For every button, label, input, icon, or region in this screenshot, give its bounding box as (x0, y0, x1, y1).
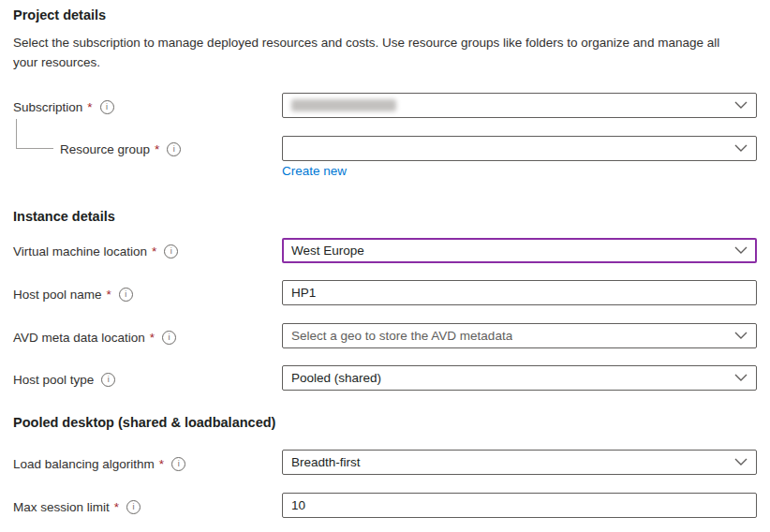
required-asterisk: * (155, 142, 159, 156)
info-icon[interactable]: i (100, 100, 114, 114)
info-icon[interactable]: i (171, 457, 185, 471)
tree-connector-line (16, 119, 53, 149)
vm-location-label: Virtual machine location*i (13, 242, 178, 260)
chevron-down-icon (734, 371, 748, 385)
host-pool-name-label: Host pool name*i (13, 285, 133, 303)
required-asterisk: * (107, 288, 111, 302)
chevron-down-icon (734, 329, 748, 343)
host-pool-type-value: Pooled (shared) (291, 371, 381, 385)
avd-metadata-location-label: AVD meta data location*i (13, 328, 176, 347)
resource-group-label: Resource group*i (60, 140, 181, 158)
subscription-dropdown[interactable] (282, 93, 757, 118)
vm-location-dropdown[interactable]: West Europe (282, 238, 757, 263)
max-session-limit-input[interactable] (282, 493, 757, 518)
chevron-down-icon (734, 98, 748, 112)
required-asterisk: * (150, 331, 155, 345)
load-balancing-dropdown[interactable]: Breadth-first (282, 450, 757, 475)
vm-location-value: West Europe (291, 244, 364, 258)
max-session-limit-label: Max session limit*i (13, 497, 141, 516)
chevron-down-icon (734, 141, 748, 155)
info-icon[interactable]: i (101, 373, 115, 387)
required-asterisk: * (152, 244, 156, 259)
chevron-down-icon (734, 244, 748, 258)
required-asterisk: * (114, 500, 119, 514)
pooled-desktop-heading: Pooled desktop (shared & loadbalanced) (13, 415, 275, 430)
chevron-down-icon (734, 455, 748, 469)
info-icon[interactable]: i (164, 244, 178, 259)
info-icon[interactable]: i (167, 142, 181, 156)
create-new-link[interactable]: Create new (282, 164, 347, 178)
info-icon[interactable]: i (126, 500, 141, 514)
info-icon[interactable]: i (119, 288, 133, 302)
subscription-label: Subscription*i (13, 97, 114, 116)
avd-metadata-location-dropdown[interactable]: Select a geo to store the AVD metadata (282, 323, 757, 348)
host-pool-form: Project details Select the subscription … (0, 0, 770, 532)
load-balancing-label: Load balancing algorithm*i (13, 454, 185, 473)
host-pool-name-input[interactable] (282, 280, 757, 305)
project-details-description: Select the subscription to manage deploy… (13, 33, 729, 72)
instance-details-heading: Instance details (13, 209, 115, 224)
host-pool-type-dropdown[interactable]: Pooled (shared) (282, 365, 757, 391)
subscription-value-redacted (291, 99, 396, 111)
required-asterisk: * (159, 457, 164, 471)
required-asterisk: * (87, 100, 92, 114)
host-pool-type-label: Host pool typei (13, 370, 115, 389)
resource-group-dropdown[interactable] (282, 136, 757, 161)
avd-metadata-location-placeholder: Select a geo to store the AVD metadata (291, 329, 512, 343)
info-icon[interactable]: i (162, 331, 176, 345)
load-balancing-value: Breadth-first (291, 455, 361, 469)
project-details-heading: Project details (13, 7, 106, 22)
